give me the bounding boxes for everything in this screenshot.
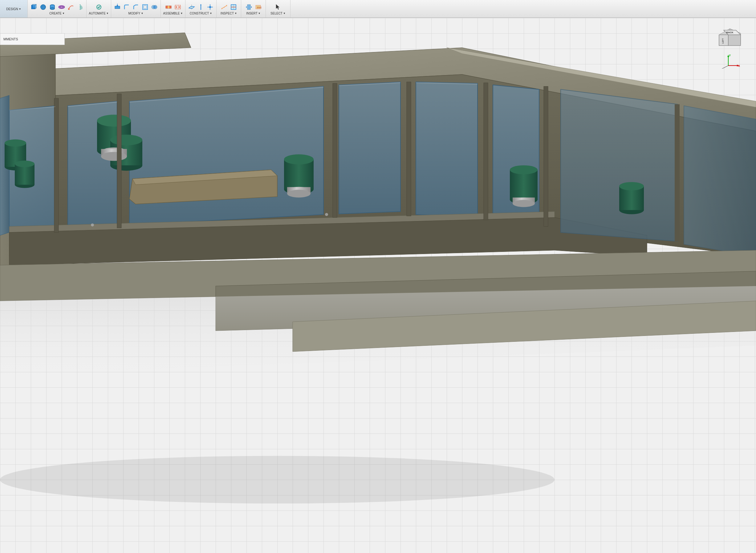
svg-point-12 <box>50 8 55 10</box>
svg-rect-48 <box>248 5 251 10</box>
construct-label: CONSTRUCT ▼ <box>190 12 212 15</box>
svg-point-54 <box>0 456 555 504</box>
press-pull-icon[interactable] <box>113 3 122 11</box>
svg-point-18 <box>98 6 100 8</box>
cylinder-icon[interactable] <box>48 3 57 11</box>
svg-text:Y: Y <box>729 54 731 57</box>
point-construct-icon[interactable] <box>206 3 214 11</box>
svg-rect-94 <box>333 83 337 217</box>
3d-scene <box>0 18 756 553</box>
svg-point-28 <box>167 6 169 8</box>
svg-marker-50 <box>251 6 252 8</box>
assemble-group[interactable]: ASSEMBLE ▼ <box>161 0 186 17</box>
design-label: DESIGN <box>6 7 18 11</box>
assemble-icons <box>164 3 182 11</box>
svg-point-77 <box>101 152 127 161</box>
automate-group[interactable]: AUTOMATE ▼ <box>86 0 111 17</box>
decal-icon[interactable]: SVG <box>254 3 263 11</box>
svg-point-71 <box>97 115 131 127</box>
svg-point-121 <box>619 182 644 190</box>
modify-group[interactable]: MODIFY ▼ <box>111 0 161 17</box>
svg-rect-30 <box>176 6 177 8</box>
svg-point-5 <box>41 5 46 10</box>
select-label: SELECT ▼ <box>271 12 286 15</box>
plane-icon[interactable] <box>187 3 196 11</box>
svg-text:BACK: BACK <box>726 31 733 34</box>
measure-icon[interactable] <box>220 3 228 11</box>
svg-rect-31 <box>179 6 180 8</box>
svg-text:X: X <box>738 64 740 67</box>
new-component-icon[interactable] <box>29 3 38 11</box>
viewcube[interactable]: BACK LEFT Y X <box>713 24 750 61</box>
svg-rect-19 <box>115 6 120 9</box>
inspect-label: INSPECT ▼ <box>221 12 237 15</box>
svg-point-107 <box>325 213 328 216</box>
section-analysis-icon[interactable] <box>229 3 238 11</box>
svg-rect-97 <box>544 86 548 227</box>
svg-rect-93 <box>117 94 121 228</box>
svg-marker-20 <box>117 4 118 6</box>
svg-point-25 <box>153 5 157 9</box>
create-group[interactable]: CREATE ▼ <box>28 0 86 17</box>
automate-icon[interactable] <box>94 3 103 11</box>
joint-icon[interactable] <box>164 3 173 11</box>
svg-point-115 <box>510 165 538 174</box>
select-group[interactable]: SELECT ▼ <box>266 0 290 17</box>
svg-text:LEFT: LEFT <box>722 38 724 44</box>
panel-comments[interactable]: MMENTS <box>0 33 65 45</box>
svg-marker-127 <box>728 35 741 46</box>
svg-point-118 <box>512 200 535 207</box>
panel-label-text: MMENTS <box>3 37 18 41</box>
svg-rect-96 <box>484 83 488 220</box>
torus-icon[interactable] <box>57 3 66 11</box>
svg-rect-99 <box>675 104 680 241</box>
construct-icons <box>187 3 214 11</box>
insert-group[interactable]: SVG INSERT ▼ <box>241 0 266 17</box>
select-icons <box>274 3 282 11</box>
sweep-icon[interactable] <box>67 3 75 11</box>
svg-point-91 <box>15 161 35 167</box>
svg-marker-53 <box>276 4 279 10</box>
toolbar: DESIGN ▼ <box>0 0 756 18</box>
svg-rect-15 <box>68 8 70 10</box>
design-menu[interactable]: DESIGN ▼ <box>0 0 28 17</box>
svg-rect-22 <box>143 5 148 10</box>
svg-rect-95 <box>407 82 411 216</box>
svg-point-106 <box>91 224 94 227</box>
svg-rect-92 <box>54 98 59 232</box>
svg-text:SVG: SVG <box>257 6 262 9</box>
combine-icon[interactable] <box>150 3 159 11</box>
select-icon[interactable] <box>274 3 282 11</box>
inspect-icons <box>220 3 238 11</box>
axis-construct-icon[interactable] <box>197 3 205 11</box>
create-label: CREATE ▼ <box>49 12 65 15</box>
svg-marker-63 <box>416 82 478 217</box>
rigid-group-icon[interactable] <box>174 3 182 11</box>
svg-point-85 <box>287 190 311 198</box>
design-arrow: ▼ <box>19 8 21 10</box>
modify-icons <box>113 3 159 11</box>
svg-point-74 <box>110 135 142 145</box>
create-icons <box>29 3 84 11</box>
insert-mesh-icon[interactable] <box>245 3 253 11</box>
sphere-icon[interactable] <box>39 3 48 11</box>
svg-marker-35 <box>200 4 201 5</box>
insert-icons: SVG <box>245 3 263 11</box>
revolve-icon[interactable] <box>76 3 84 11</box>
svg-point-14 <box>60 6 63 8</box>
shell-icon[interactable] <box>141 3 149 11</box>
svg-marker-49 <box>246 6 247 8</box>
inspect-group[interactable]: INSPECT ▼ <box>217 0 241 17</box>
modify-label: MODIFY ▼ <box>129 12 144 15</box>
automate-label: AUTOMATE ▼ <box>89 12 109 15</box>
automate-icons <box>94 3 103 11</box>
insert-label: INSERT ▼ <box>246 12 260 15</box>
axis-indicator: Y X <box>719 53 744 69</box>
svg-marker-100 <box>684 105 756 256</box>
chamfer-icon[interactable] <box>132 3 140 11</box>
viewport[interactable]: MMENTS BACK LEFT <box>0 18 756 553</box>
svg-marker-98 <box>561 89 678 241</box>
fillet-icon[interactable] <box>122 3 131 11</box>
svg-point-88 <box>5 140 26 147</box>
construct-group[interactable]: CONSTRUCT ▼ <box>186 0 217 17</box>
